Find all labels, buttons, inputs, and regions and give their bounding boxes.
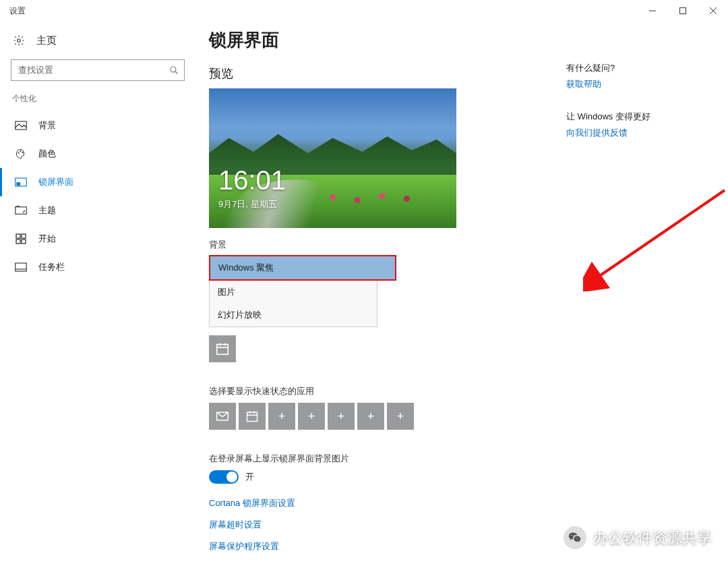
lockscreen-preview: 16:01 9月7日, 星期五 <box>209 88 456 228</box>
maximize-button[interactable] <box>667 0 698 22</box>
show-background-toggle[interactable] <box>209 470 239 484</box>
svg-rect-1 <box>679 8 686 14</box>
svg-point-4 <box>18 39 21 43</box>
quick-status-tile-add[interactable]: + <box>357 403 384 430</box>
help-question: 有什么疑问? <box>566 62 712 74</box>
help-link-feedback[interactable]: 向我们提供反馈 <box>566 127 712 139</box>
preview-clock: 16:01 <box>218 165 286 196</box>
detailed-status-app-tile[interactable] <box>209 335 236 362</box>
sidebar: 主页 查找设置 个性化 背景 颜色 <box>0 22 195 564</box>
quick-status-row: + + + + + <box>209 403 566 430</box>
dropdown-option-spotlight[interactable]: Windows 聚焦 <box>210 256 395 279</box>
search-input[interactable]: 查找设置 <box>11 59 185 81</box>
plus-icon: + <box>367 410 375 424</box>
window-controls <box>637 0 728 22</box>
window-titlebar: 设置 <box>0 0 728 22</box>
quick-status-label: 选择要显示快速状态的应用 <box>209 385 566 397</box>
quick-status-tile-add[interactable]: + <box>328 403 355 430</box>
link-screen-timeout[interactable]: 屏幕超时设置 <box>209 519 566 531</box>
taskbar-icon <box>14 262 28 273</box>
calendar-icon <box>215 341 230 356</box>
help-link-get-help[interactable]: 获取帮助 <box>566 78 712 90</box>
svg-point-5 <box>171 67 176 72</box>
watermark-text: 办公软件资源共享 <box>593 528 712 548</box>
quick-status-tile-calendar[interactable] <box>239 403 266 430</box>
background-label: 背景 <box>209 239 566 251</box>
sidebar-item-lockscreen[interactable]: 锁屏界面 <box>0 168 195 196</box>
feedback-heading: 让 Windows 变得更好 <box>566 111 712 123</box>
search-icon <box>169 65 179 75</box>
background-dropdown-list: 图片 幻灯片放映 <box>209 281 377 327</box>
theme-icon <box>14 205 28 216</box>
sidebar-item-themes[interactable]: 主题 <box>0 196 195 225</box>
sidebar-item-label: 颜色 <box>38 148 56 160</box>
sidebar-item-label: 背景 <box>38 119 56 132</box>
palette-icon <box>14 148 28 159</box>
svg-point-8 <box>18 152 19 153</box>
gear-icon <box>12 34 26 47</box>
plus-icon: + <box>278 410 286 424</box>
watermark: 办公软件资源共享 <box>564 526 712 549</box>
help-panel: 有什么疑问? 获取帮助 让 Windows 变得更好 向我们提供反馈 <box>566 22 728 564</box>
sidebar-group-label: 个性化 <box>0 93 195 111</box>
svg-rect-27 <box>247 412 257 421</box>
svg-line-14 <box>23 210 25 213</box>
wechat-icon <box>564 526 586 549</box>
plus-icon: + <box>338 410 345 424</box>
search-placeholder: 查找设置 <box>18 64 169 76</box>
preview-label: 预览 <box>209 65 566 82</box>
svg-rect-22 <box>217 345 229 355</box>
quick-status-tile-add[interactable]: + <box>298 403 325 430</box>
quick-status-tile-add[interactable]: + <box>268 403 295 430</box>
lockscreen-icon <box>14 177 28 188</box>
mail-icon <box>216 411 229 422</box>
sidebar-nav: 背景 颜色 锁屏界面 主题 <box>0 111 195 281</box>
sidebar-item-label: 主题 <box>38 204 56 217</box>
svg-point-9 <box>20 150 21 151</box>
sidebar-item-background[interactable]: 背景 <box>0 111 195 140</box>
preview-date: 9月7日, 星期五 <box>218 198 277 210</box>
sidebar-item-taskbar[interactable]: 任务栏 <box>0 253 195 281</box>
link-cortana-settings[interactable]: Cortana 锁屏界面设置 <box>209 497 566 509</box>
picture-icon <box>14 120 28 131</box>
dropdown-option-picture[interactable]: 图片 <box>210 281 377 304</box>
show-background-label: 在登录屏幕上显示锁屏界面背景图片 <box>209 453 566 465</box>
svg-rect-15 <box>16 234 20 238</box>
sidebar-item-start[interactable]: 开始 <box>0 225 195 253</box>
page-title: 锁屏界面 <box>209 28 566 52</box>
close-button[interactable] <box>698 0 728 22</box>
dropdown-option-slideshow[interactable]: 幻灯片放映 <box>210 304 377 327</box>
svg-rect-12 <box>17 183 20 186</box>
svg-rect-18 <box>22 239 26 244</box>
minimize-button[interactable] <box>637 0 667 22</box>
svg-line-6 <box>175 72 178 74</box>
svg-rect-19 <box>16 263 27 271</box>
sidebar-item-label: 锁屏界面 <box>38 176 73 188</box>
quick-status-tile-add[interactable]: + <box>387 403 414 430</box>
sidebar-item-colors[interactable]: 颜色 <box>0 140 195 168</box>
start-icon <box>14 233 28 244</box>
svg-rect-16 <box>22 234 26 238</box>
svg-rect-17 <box>16 239 20 244</box>
content: 锁屏界面 预览 16:01 9月7日, 星期五 背景 Windows 聚焦 图片… <box>195 22 566 564</box>
sidebar-item-label: 任务栏 <box>38 261 65 273</box>
plus-icon: + <box>397 410 404 424</box>
plus-icon: + <box>308 410 315 424</box>
window-title: 设置 <box>9 5 26 17</box>
home-button[interactable]: 主页 <box>0 27 195 54</box>
calendar-icon <box>245 410 259 423</box>
sidebar-item-label: 开始 <box>38 233 56 245</box>
quick-status-tile-mail[interactable] <box>209 403 236 430</box>
toggle-state-label: 开 <box>245 471 254 483</box>
home-label: 主页 <box>36 34 57 47</box>
svg-point-10 <box>22 152 23 152</box>
link-screensaver[interactable]: 屏幕保护程序设置 <box>209 540 566 553</box>
background-dropdown[interactable]: Windows 聚焦 <box>209 255 396 281</box>
